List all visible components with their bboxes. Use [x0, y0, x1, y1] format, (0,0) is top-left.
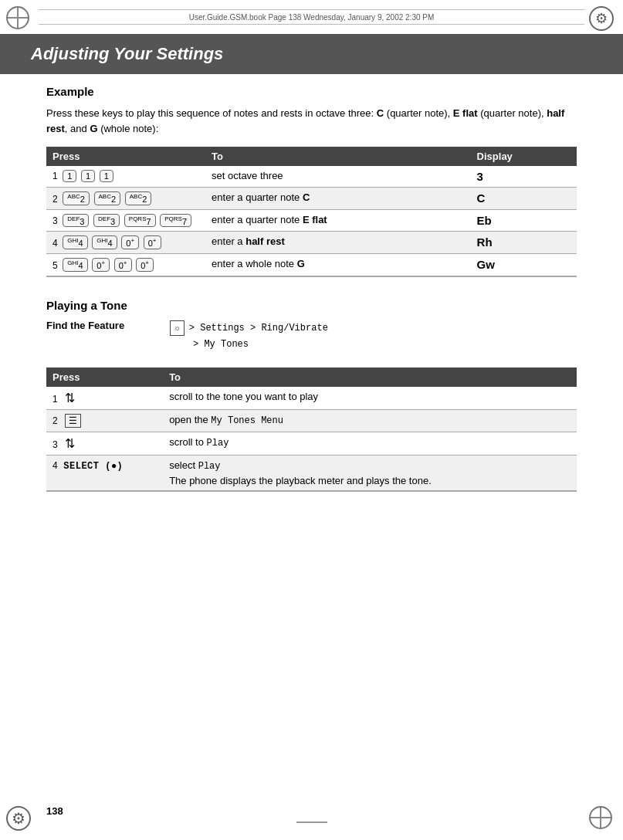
row-display: Gw	[471, 253, 577, 276]
table-row: 4 GHI4 GHI4 0+ 0+ enter a half rest Rh	[46, 232, 577, 254]
row-press-play2: 2 ☰	[46, 410, 163, 432]
row-to-play2: open the My Tones Menu	[163, 410, 577, 432]
key-4b: GHI4	[92, 235, 117, 249]
find-feature-row: Find the Feature ☼ > Settings > Ring/Vib…	[46, 320, 577, 352]
col-press2: Press	[46, 368, 163, 387]
row-to: enter a quarter note E flat	[205, 209, 471, 232]
metadata-text: User.Guide.GSM.book Page 138 Wednesday, …	[189, 13, 435, 22]
row-press-play3: 3 ⇅	[46, 432, 163, 456]
playing-table-body: 1 ⇅ scroll to the tone you want to play …	[46, 387, 577, 491]
key-2b: ABC2	[94, 191, 121, 205]
corner-decoration-bl: ⚙	[6, 806, 34, 834]
row-press: 3 DEF3 DEF3 PQRS7 PQRS7	[46, 209, 205, 232]
table-row: 3 DEF3 DEF3 PQRS7 PQRS7 enter a quarter …	[46, 209, 577, 232]
playing-heading: Playing a Tone	[46, 299, 577, 312]
page-header: Adjusting Your Settings	[0, 34, 623, 74]
row-display: Rh	[471, 232, 577, 254]
table-row: 2 ☰ open the My Tones Menu	[46, 410, 577, 432]
table-row: 3 ⇅ scroll to Play	[46, 432, 577, 456]
row-to-play1: scroll to the tone you want to play	[163, 387, 577, 410]
row-to: enter a quarter note C	[205, 188, 471, 210]
table-row: 2 ABC2 ABC2 ABC2 enter a quarter note C …	[46, 188, 577, 210]
table-row: 1 ⇅ scroll to the tone you want to play	[46, 387, 577, 410]
key-4c: 0+	[121, 235, 139, 249]
col-to2: To	[163, 368, 577, 387]
row-to-play4: select Play The phone displays the playb…	[163, 456, 577, 492]
scroll-icon-3: ⇅	[65, 437, 75, 450]
key-1c: 1	[100, 170, 113, 182]
playing-table: Press To 1 ⇅ scroll to the tone you want…	[46, 368, 577, 492]
col-press: Press	[46, 147, 205, 166]
corner-decoration-br	[589, 806, 617, 834]
row-to: set octave three	[205, 166, 471, 188]
example-table-header: Press To Display	[46, 147, 577, 166]
row-display: Eb	[471, 209, 577, 232]
menu-icon: ☼	[170, 320, 185, 336]
key-4a: GHI4	[63, 235, 87, 249]
example-table-body: 1 1 1 1 set octave three 3 2 ABC2 ABC2 A…	[46, 166, 577, 276]
corner-decoration-tr: ⚙	[589, 6, 617, 34]
row-display: 3	[471, 166, 577, 188]
page-title: Adjusting Your Settings	[31, 44, 223, 64]
example-table: Press To Display 1 1 1 1 set octave thre…	[46, 147, 577, 277]
row-to: enter a half rest	[205, 232, 471, 254]
key-1b: 1	[81, 170, 95, 182]
key-5d: 0+	[136, 258, 154, 272]
mid-bottom-decoration	[296, 821, 327, 823]
example-body-text: Press these keys to play this sequence o…	[46, 106, 577, 136]
select-key: SELECT (●)	[63, 461, 123, 472]
key-2a: ABC2	[63, 191, 90, 205]
corner-decoration-tl	[6, 6, 34, 34]
row-press: 2 ABC2 ABC2 ABC2	[46, 188, 205, 210]
playing-section: Playing a Tone Find the Feature ☼ > Sett…	[46, 299, 577, 492]
key-5b: 0+	[92, 258, 110, 272]
row-press: 5 GHI4 0+ 0+ 0+	[46, 253, 205, 276]
table-row: 5 GHI4 0+ 0+ 0+ enter a whole note G Gw	[46, 253, 577, 276]
key-1a: 1	[63, 170, 76, 182]
main-content: Example Press these keys to play this se…	[46, 85, 577, 513]
scroll-icon-1: ⇅	[65, 391, 75, 405]
metadata-bar: User.Guide.GSM.book Page 138 Wednesday, …	[39, 9, 584, 25]
row-display: C	[471, 188, 577, 210]
feature-path-2: > My Tones	[170, 336, 328, 352]
table-row: 1 1 1 1 set octave three 3	[46, 166, 577, 188]
key-2c: ABC2	[125, 191, 152, 205]
key-3a: DEF3	[63, 214, 89, 228]
row-press: 4 GHI4 GHI4 0+ 0+	[46, 232, 205, 254]
row-press-play4: 4 SELECT (●)	[46, 456, 163, 492]
example-heading: Example	[46, 85, 577, 98]
key-5c: 0+	[114, 258, 132, 272]
key-4d: 0+	[144, 235, 161, 249]
find-feature-label: Find the Feature	[46, 320, 170, 331]
col-display: Display	[471, 147, 577, 166]
row-press: 1 1 1 1	[46, 166, 205, 188]
example-section: Example Press these keys to play this se…	[46, 85, 577, 277]
col-to: To	[205, 147, 471, 166]
key-3d: PQRS7	[160, 214, 191, 228]
feature-path-1: ☼ > Settings > Ring/Vibrate	[170, 320, 328, 336]
menu-icon-2: ☰	[65, 414, 81, 428]
find-feature-value: ☼ > Settings > Ring/Vibrate > My Tones	[170, 320, 328, 352]
row-to: enter a whole note G	[205, 253, 471, 276]
key-5a: GHI4	[63, 258, 87, 272]
key-3b: DEF3	[93, 214, 120, 228]
playing-table-header: Press To	[46, 368, 577, 387]
row-press-play1: 1 ⇅	[46, 387, 163, 410]
table-row: 4 SELECT (●) select Play The phone displ…	[46, 456, 577, 492]
row-to-play3: scroll to Play	[163, 432, 577, 456]
page-number: 138	[46, 805, 63, 817]
key-3c: PQRS7	[124, 214, 156, 228]
